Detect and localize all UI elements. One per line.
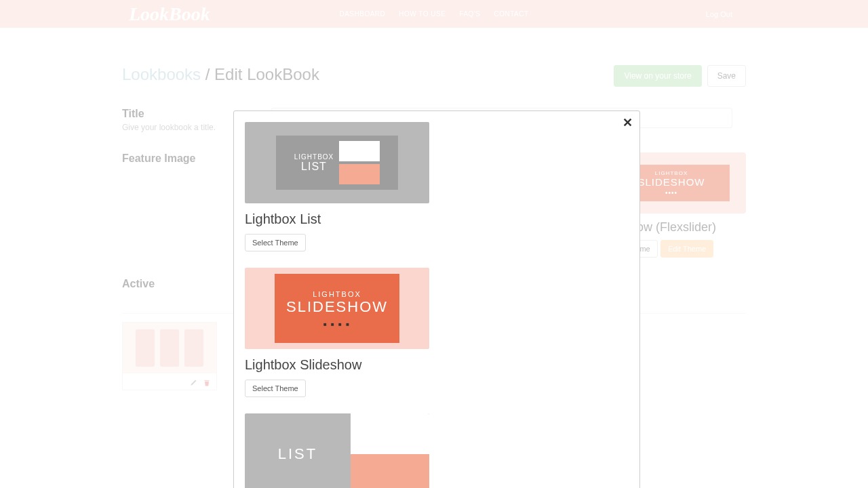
select-theme-button[interactable]: Select Theme	[245, 380, 306, 397]
theme-name: Lightbox List	[245, 211, 429, 227]
close-icon[interactable]: ✕	[623, 115, 633, 130]
theme-preview: LIGHTBOX LIST	[245, 122, 429, 203]
theme-selection-modal: ✕ LIGHTBOX LIST Lightbox List Select The…	[233, 110, 640, 488]
select-theme-button[interactable]: Select Theme	[245, 234, 306, 251]
theme-option-lightbox-list: LIGHTBOX LIST Lightbox List Select Theme	[245, 122, 429, 251]
theme-preview: LIGHTBOX SLIDESHOW ■ ■ ■ ■	[245, 268, 429, 349]
theme-preview: LIST	[245, 413, 429, 488]
theme-name: Lightbox Slideshow	[245, 357, 429, 373]
theme-option-lightbox-slideshow: LIGHTBOX SLIDESHOW ■ ■ ■ ■ Lightbox Slid…	[245, 268, 429, 397]
theme-option-list: LIST List Select Theme	[245, 413, 429, 488]
